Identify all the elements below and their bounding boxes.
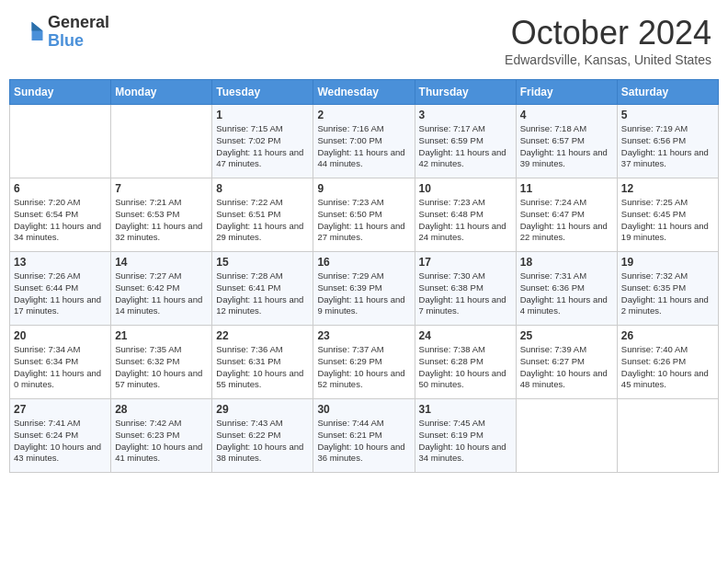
header-cell-wednesday: Wednesday [313, 80, 415, 105]
day-cell: 25Sunrise: 7:39 AM Sunset: 6:27 PM Dayli… [516, 326, 617, 399]
day-info: Sunrise: 7:26 AM Sunset: 6:44 PM Dayligh… [14, 270, 107, 317]
day-info: Sunrise: 7:23 AM Sunset: 6:50 PM Dayligh… [317, 197, 410, 244]
day-number: 11 [520, 182, 613, 195]
day-cell [617, 399, 718, 473]
day-number: 4 [520, 109, 613, 121]
day-cell: 16Sunrise: 7:29 AM Sunset: 6:39 PM Dayli… [313, 252, 415, 326]
day-cell: 5Sunrise: 7:19 AM Sunset: 6:56 PM Daylig… [617, 105, 718, 178]
day-cell: 7Sunrise: 7:21 AM Sunset: 6:53 PM Daylig… [111, 178, 212, 252]
day-cell: 12Sunrise: 7:25 AM Sunset: 6:45 PM Dayli… [617, 178, 718, 252]
day-number: 16 [317, 256, 410, 269]
day-number: 19 [621, 256, 714, 269]
week-row-5: 27Sunrise: 7:41 AM Sunset: 6:24 PM Dayli… [10, 399, 719, 473]
day-info: Sunrise: 7:28 AM Sunset: 6:41 PM Dayligh… [216, 270, 309, 317]
calendar-header-row: SundayMondayTuesdayWednesdayThursdayFrid… [10, 80, 719, 105]
day-info: Sunrise: 7:31 AM Sunset: 6:36 PM Dayligh… [520, 270, 613, 317]
day-number: 5 [621, 109, 714, 121]
day-number: 31 [419, 403, 512, 416]
day-info: Sunrise: 7:18 AM Sunset: 6:57 PM Dayligh… [520, 123, 613, 170]
day-number: 3 [419, 109, 512, 121]
day-cell: 2Sunrise: 7:16 AM Sunset: 7:00 PM Daylig… [313, 105, 415, 178]
day-number: 1 [216, 109, 309, 121]
day-cell: 8Sunrise: 7:22 AM Sunset: 6:51 PM Daylig… [212, 178, 313, 252]
header-cell-tuesday: Tuesday [212, 80, 313, 105]
calendar-body: 1Sunrise: 7:15 AM Sunset: 7:02 PM Daylig… [10, 105, 719, 473]
day-info: Sunrise: 7:23 AM Sunset: 6:48 PM Dayligh… [419, 197, 512, 244]
day-number: 15 [216, 256, 309, 269]
header-cell-thursday: Thursday [415, 80, 516, 105]
day-number: 20 [14, 329, 107, 342]
day-info: Sunrise: 7:32 AM Sunset: 6:35 PM Dayligh… [621, 270, 714, 317]
week-row-1: 1Sunrise: 7:15 AM Sunset: 7:02 PM Daylig… [10, 105, 719, 178]
day-info: Sunrise: 7:24 AM Sunset: 6:47 PM Dayligh… [520, 197, 613, 244]
day-info: Sunrise: 7:16 AM Sunset: 7:00 PM Dayligh… [317, 123, 410, 170]
day-number: 22 [216, 329, 309, 342]
day-number: 24 [419, 329, 512, 342]
day-info: Sunrise: 7:41 AM Sunset: 6:24 PM Dayligh… [14, 418, 107, 465]
day-cell: 19Sunrise: 7:32 AM Sunset: 6:35 PM Dayli… [617, 252, 718, 326]
day-info: Sunrise: 7:39 AM Sunset: 6:27 PM Dayligh… [520, 344, 613, 391]
day-number: 21 [115, 329, 208, 342]
day-cell [111, 105, 212, 178]
day-cell: 20Sunrise: 7:34 AM Sunset: 6:34 PM Dayli… [10, 326, 111, 399]
day-cell: 28Sunrise: 7:42 AM Sunset: 6:23 PM Dayli… [111, 399, 212, 473]
header-cell-saturday: Saturday [617, 80, 718, 105]
week-row-4: 20Sunrise: 7:34 AM Sunset: 6:34 PM Dayli… [10, 326, 719, 399]
day-info: Sunrise: 7:29 AM Sunset: 6:39 PM Dayligh… [317, 270, 410, 317]
day-info: Sunrise: 7:25 AM Sunset: 6:45 PM Dayligh… [621, 197, 714, 244]
logo-icon [17, 18, 44, 46]
day-info: Sunrise: 7:22 AM Sunset: 6:51 PM Dayligh… [216, 197, 309, 244]
day-cell [516, 399, 617, 473]
week-row-3: 13Sunrise: 7:26 AM Sunset: 6:44 PM Dayli… [10, 252, 719, 326]
day-number: 13 [14, 256, 107, 269]
day-info: Sunrise: 7:27 AM Sunset: 6:42 PM Dayligh… [115, 270, 208, 317]
day-number: 8 [216, 182, 309, 195]
day-info: Sunrise: 7:45 AM Sunset: 6:19 PM Dayligh… [419, 418, 512, 465]
title-block: October 2024 Edwardsville, Kansas, Unite… [505, 14, 711, 67]
day-number: 2 [317, 109, 410, 121]
day-info: Sunrise: 7:19 AM Sunset: 6:56 PM Dayligh… [621, 123, 714, 170]
day-number: 9 [317, 182, 410, 195]
day-number: 25 [520, 329, 613, 342]
day-info: Sunrise: 7:42 AM Sunset: 6:23 PM Dayligh… [115, 418, 208, 465]
day-info: Sunrise: 7:38 AM Sunset: 6:28 PM Dayligh… [419, 344, 512, 391]
day-info: Sunrise: 7:35 AM Sunset: 6:32 PM Dayligh… [115, 344, 208, 391]
day-number: 14 [115, 256, 208, 269]
day-cell: 1Sunrise: 7:15 AM Sunset: 7:02 PM Daylig… [212, 105, 313, 178]
location: Edwardsville, Kansas, United States [505, 52, 711, 67]
day-number: 6 [14, 182, 107, 195]
day-number: 18 [520, 256, 613, 269]
day-cell [10, 105, 111, 178]
day-cell: 27Sunrise: 7:41 AM Sunset: 6:24 PM Dayli… [10, 399, 111, 473]
day-info: Sunrise: 7:34 AM Sunset: 6:34 PM Dayligh… [14, 344, 107, 391]
day-number: 10 [419, 182, 512, 195]
day-cell: 21Sunrise: 7:35 AM Sunset: 6:32 PM Dayli… [111, 326, 212, 399]
day-cell: 14Sunrise: 7:27 AM Sunset: 6:42 PM Dayli… [111, 252, 212, 326]
header-cell-sunday: Sunday [10, 80, 111, 105]
day-cell: 9Sunrise: 7:23 AM Sunset: 6:50 PM Daylig… [313, 178, 415, 252]
day-number: 7 [115, 182, 208, 195]
day-cell: 31Sunrise: 7:45 AM Sunset: 6:19 PM Dayli… [415, 399, 516, 473]
day-info: Sunrise: 7:37 AM Sunset: 6:29 PM Dayligh… [317, 344, 410, 391]
day-cell: 30Sunrise: 7:44 AM Sunset: 6:21 PM Dayli… [313, 399, 415, 473]
day-info: Sunrise: 7:44 AM Sunset: 6:21 PM Dayligh… [317, 418, 410, 465]
logo: General Blue [17, 14, 109, 51]
day-cell: 29Sunrise: 7:43 AM Sunset: 6:22 PM Dayli… [212, 399, 313, 473]
day-cell: 23Sunrise: 7:37 AM Sunset: 6:29 PM Dayli… [313, 326, 415, 399]
day-number: 30 [317, 403, 410, 416]
day-number: 29 [216, 403, 309, 416]
calendar-table: SundayMondayTuesdayWednesdayThursdayFrid… [9, 79, 719, 473]
day-info: Sunrise: 7:36 AM Sunset: 6:31 PM Dayligh… [216, 344, 309, 391]
day-info: Sunrise: 7:20 AM Sunset: 6:54 PM Dayligh… [14, 197, 107, 244]
day-cell: 10Sunrise: 7:23 AM Sunset: 6:48 PM Dayli… [415, 178, 516, 252]
day-cell: 13Sunrise: 7:26 AM Sunset: 6:44 PM Dayli… [10, 252, 111, 326]
day-info: Sunrise: 7:43 AM Sunset: 6:22 PM Dayligh… [216, 418, 309, 465]
day-cell: 18Sunrise: 7:31 AM Sunset: 6:36 PM Dayli… [516, 252, 617, 326]
header-cell-friday: Friday [516, 80, 617, 105]
day-number: 27 [14, 403, 107, 416]
day-number: 17 [419, 256, 512, 269]
day-cell: 22Sunrise: 7:36 AM Sunset: 6:31 PM Dayli… [212, 326, 313, 399]
header-cell-monday: Monday [111, 80, 212, 105]
day-cell: 4Sunrise: 7:18 AM Sunset: 6:57 PM Daylig… [516, 105, 617, 178]
month-title: October 2024 [505, 14, 711, 52]
